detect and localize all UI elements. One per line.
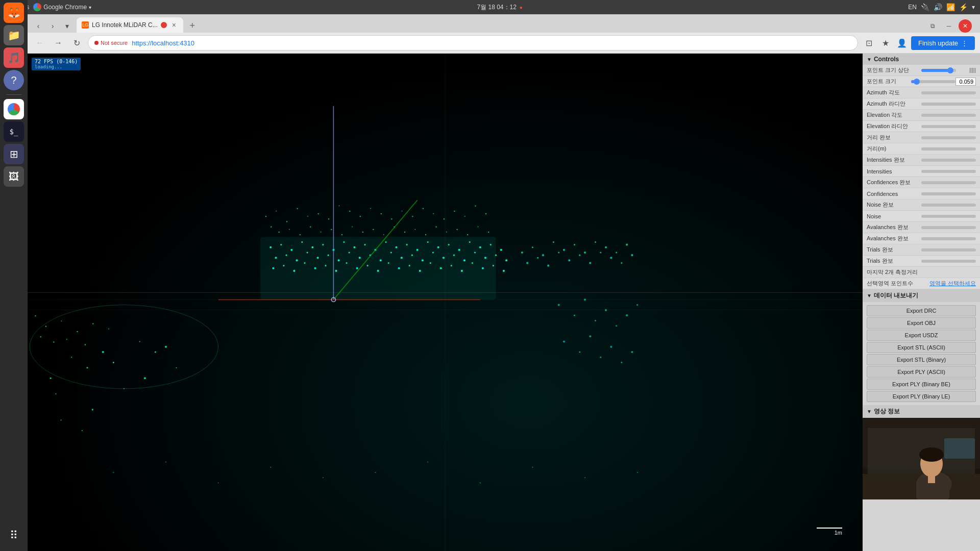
url-bar: ← → ↻ Not secure https://localhost:4310 … <box>28 33 980 53</box>
svg-point-142 <box>503 270 505 272</box>
trials-filter-slider[interactable] <box>921 248 976 252</box>
svg-point-17 <box>144 377 146 379</box>
noise-filter-slider[interactable] <box>921 204 976 207</box>
svg-point-101 <box>317 257 319 259</box>
minimize-window-button[interactable]: ─ <box>942 19 955 33</box>
svg-rect-44 <box>423 208 424 209</box>
elevation-rad-slider[interactable] <box>921 125 976 128</box>
tab-favicon: LG <box>82 21 89 29</box>
new-tab-button[interactable]: + <box>185 18 200 33</box>
export-section-header[interactable]: ▼ 데이터 내보내기 <box>863 289 980 302</box>
elevation-angle-slider[interactable] <box>921 114 976 117</box>
trials-slider[interactable] <box>921 260 976 263</box>
svg-point-157 <box>558 252 559 253</box>
select-area-link[interactable]: 영역을 선택하세요 <box>929 280 976 287</box>
export-stl-ascii-button[interactable]: Export STL (ASCII) <box>867 342 976 353</box>
svg-point-176 <box>600 357 601 358</box>
export-drc-button[interactable]: Export DRC <box>867 305 976 316</box>
dock-icon-chrome[interactable] <box>4 99 24 119</box>
avalanches-slider[interactable] <box>921 237 976 240</box>
fps-label: 72 FPS (0-146) <box>35 59 78 64</box>
export-ply-binary-be-button[interactable]: Export PLY (Binary BE) <box>867 379 976 390</box>
svg-point-177 <box>610 346 612 348</box>
svg-rect-19 <box>35 315 36 316</box>
distance-m-slider[interactable] <box>921 147 976 151</box>
refresh-button[interactable]: ↻ <box>69 36 84 50</box>
dock-icon-firefox[interactable]: 🦊 <box>4 3 24 23</box>
intensities-filter-slider[interactable] <box>921 159 976 162</box>
dock-icon-image-viewer[interactable]: 🖼 <box>4 166 24 187</box>
intensities-slider[interactable] <box>921 170 976 173</box>
confidences-slider[interactable] <box>921 192 976 195</box>
svg-point-6 <box>86 367 88 368</box>
chrome-label: Google Chrome <box>43 4 87 11</box>
svg-rect-60 <box>362 232 363 233</box>
back-button[interactable]: ← <box>33 36 47 50</box>
scale-label: 1m <box>835 530 842 536</box>
svg-point-113 <box>443 257 445 259</box>
restore-window-button[interactable]: ⧉ <box>926 19 939 33</box>
svg-rect-69 <box>457 229 458 230</box>
svg-point-161 <box>600 252 601 253</box>
tab-dropdown[interactable]: ▾ <box>60 19 74 33</box>
export-obj-button[interactable]: Export OBJ <box>867 317 976 329</box>
controls-row-elevation-rad: Elevation 라디안 <box>863 121 980 132</box>
export-ply-binary-le-button[interactable]: Export PLY (Binary LE) <box>867 391 976 402</box>
close-window-button[interactable]: ✕ <box>959 19 972 33</box>
finish-update-button[interactable]: Finish update ⋮ <box>911 36 975 50</box>
bookmark-icon[interactable]: ★ <box>878 36 893 50</box>
controls-row-intensities: Intensities <box>863 166 980 177</box>
export-usdz-button[interactable]: Export USDZ <box>867 330 976 341</box>
browser-tab-active[interactable]: LG LG Innotek MLiDAR C... × <box>77 17 183 33</box>
point-size-slider[interactable] <box>911 80 955 83</box>
svg-rect-55 <box>310 227 311 228</box>
export-chevron-icon: ▼ <box>867 293 872 298</box>
export-stl-binary-button[interactable]: Export STL (Binary) <box>867 354 976 365</box>
dock-icon-screenshot[interactable]: ⊞ <box>4 144 24 164</box>
dock-icon-app-grid[interactable]: ⠿ <box>4 525 24 546</box>
profile-icon[interactable]: 👤 <box>895 36 909 50</box>
azimuth-rad-slider[interactable] <box>921 103 976 106</box>
controls-section-header[interactable]: ▼ Controls <box>863 54 980 65</box>
svg-point-172 <box>636 304 638 306</box>
os-dropdown-icon[interactable]: ▾ <box>972 4 975 11</box>
svg-point-87 <box>406 244 408 245</box>
controls-row-top: 포인트 크기 상단 ||||| <box>863 65 980 76</box>
export-ply-ascii-button[interactable]: Export PLY (ASCII) <box>867 366 976 378</box>
dock-icon-rhythmbox[interactable]: 🎵 <box>4 47 24 68</box>
tab-forward-nav[interactable]: › <box>46 19 59 33</box>
controls-row-avalanches-filter: Avalanches 완보 <box>863 222 980 233</box>
noise-slider[interactable] <box>921 215 976 218</box>
svg-point-93 <box>469 241 471 243</box>
chrome-dropdown-icon[interactable]: ▾ <box>89 5 91 10</box>
controls-row-confidences-filter: Confidences 완보 <box>863 177 980 188</box>
svg-point-82 <box>353 246 355 248</box>
chrome-app-indicator[interactable]: Google Chrome ▾ <box>33 3 91 11</box>
avalanches-filter-slider[interactable] <box>921 226 976 229</box>
lang-indicator[interactable]: EN <box>908 4 917 11</box>
tab-back-nav[interactable]: ‹ <box>32 19 45 33</box>
distance-filter-slider[interactable] <box>921 136 976 139</box>
cast-icon[interactable]: ⊡ <box>862 36 876 50</box>
top-slider-track[interactable] <box>921 69 956 72</box>
tab-close-button[interactable]: × <box>170 21 178 29</box>
svg-point-76 <box>290 249 292 251</box>
dock-icon-files[interactable]: 📁 <box>4 25 24 45</box>
controls-row-trials-filter: Trials 완보 <box>863 244 980 256</box>
3d-viewer[interactable]: 72 FPS (0-146) loading... 1m <box>28 54 863 551</box>
svg-point-160 <box>589 262 591 264</box>
dock-icon-help[interactable]: ? <box>4 70 24 90</box>
controls-row-distance-filter: 거리 완보 <box>863 132 980 143</box>
camera-section-header[interactable]: ▼ 영상 정보 <box>863 405 980 418</box>
address-bar[interactable]: Not secure https://localhost:4310 <box>88 35 858 51</box>
confidences-filter-slider[interactable] <box>921 181 976 184</box>
svg-point-145 <box>542 254 544 256</box>
azimuth-angle-slider[interactable] <box>921 91 976 94</box>
svg-point-138 <box>461 270 463 272</box>
svg-point-169 <box>605 309 607 311</box>
dock-icon-terminal[interactable]: $_ <box>4 121 24 142</box>
forward-button[interactable]: → <box>51 36 65 50</box>
svg-point-167 <box>584 298 586 300</box>
security-badge[interactable]: Not secure <box>94 40 128 46</box>
svg-point-122 <box>293 270 295 272</box>
